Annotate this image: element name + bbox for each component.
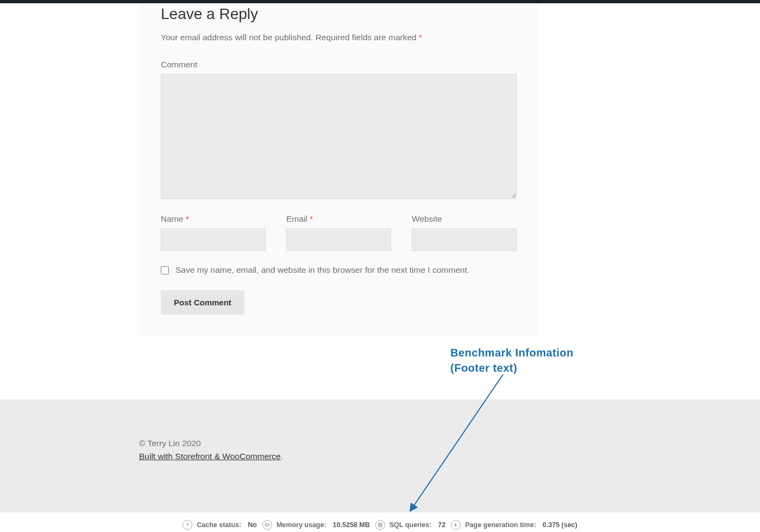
pagegen-value: 0.375 (sec) bbox=[543, 521, 577, 529]
name-field-group: Name * bbox=[161, 214, 266, 251]
svg-rect-2 bbox=[266, 524, 269, 525]
required-asterisk: * bbox=[419, 33, 422, 42]
memory-value: 10.5258 MB bbox=[333, 521, 370, 529]
name-label-text: Name bbox=[161, 214, 183, 223]
name-label: Name * bbox=[161, 214, 266, 224]
memory-item: Memory usage: 10.5258 MB bbox=[262, 520, 370, 530]
consent-row: Save my name, email, and website in this… bbox=[161, 265, 517, 275]
post-comment-button[interactable]: Post Comment bbox=[161, 290, 244, 315]
sql-value: 72 bbox=[438, 521, 445, 529]
notes-prefix: Your email address will not be published… bbox=[161, 33, 313, 42]
footer-inner: © Terry Lin 2020 Built with Storefront &… bbox=[139, 439, 538, 461]
website-field-group: Website bbox=[412, 214, 517, 251]
pagegen-item: Page generation time: 0.375 (sec) bbox=[451, 520, 577, 530]
memory-icon bbox=[262, 520, 272, 530]
comment-label: Comment bbox=[161, 60, 517, 70]
sql-item: SQL queries: 72 bbox=[375, 520, 445, 530]
debug-bar: Cache status: No Memory usage: 10.5258 M… bbox=[0, 512, 760, 532]
form-notes: Your email address will not be published… bbox=[161, 33, 517, 42]
email-input[interactable] bbox=[286, 228, 391, 251]
built-with: Built with Storefront & WooCommerce. bbox=[139, 452, 538, 461]
notes-required: Required fields are marked bbox=[316, 33, 417, 42]
fields-row: Name * Email * Website bbox=[161, 214, 517, 251]
built-with-link[interactable]: Built with Storefront & WooCommerce bbox=[139, 452, 281, 461]
comment-section: Leave a Reply Your email address will no… bbox=[139, 3, 538, 336]
annotation-wrap: Benchmark Infomation (Footer text) bbox=[0, 345, 760, 399]
annotation-line2: (Footer text) bbox=[450, 362, 517, 374]
name-input[interactable] bbox=[161, 228, 266, 251]
cache-value: No bbox=[248, 521, 257, 529]
consent-label[interactable]: Save my name, email, and website in this… bbox=[175, 265, 469, 275]
name-required: * bbox=[186, 214, 189, 223]
cache-status-item: Cache status: No bbox=[183, 520, 257, 530]
consent-checkbox[interactable] bbox=[161, 266, 169, 274]
cache-label: Cache status: bbox=[197, 521, 241, 529]
database-icon bbox=[375, 520, 385, 530]
website-input[interactable] bbox=[412, 228, 517, 251]
site-footer: © Terry Lin 2020 Built with Storefront &… bbox=[0, 399, 760, 512]
annotation-text: Benchmark Infomation (Footer text) bbox=[450, 345, 574, 375]
built-with-period: . bbox=[281, 452, 283, 461]
website-label: Website bbox=[412, 214, 517, 224]
sql-label: SQL queries: bbox=[390, 521, 432, 529]
memory-label: Memory usage: bbox=[277, 521, 326, 529]
svg-point-3 bbox=[379, 523, 382, 524]
reply-title: Leave a Reply bbox=[161, 3, 517, 23]
email-label: Email * bbox=[286, 214, 391, 224]
email-label-text: Email bbox=[286, 214, 307, 223]
bolt-icon bbox=[451, 520, 461, 530]
comment-textarea[interactable] bbox=[161, 74, 517, 199]
email-required: * bbox=[310, 214, 313, 223]
email-field-group: Email * bbox=[286, 214, 391, 251]
question-icon bbox=[183, 520, 192, 530]
copyright: © Terry Lin 2020 bbox=[139, 439, 538, 448]
pagegen-label: Page generation time: bbox=[465, 521, 536, 529]
annotation-line1: Benchmark Infomation bbox=[450, 347, 574, 359]
